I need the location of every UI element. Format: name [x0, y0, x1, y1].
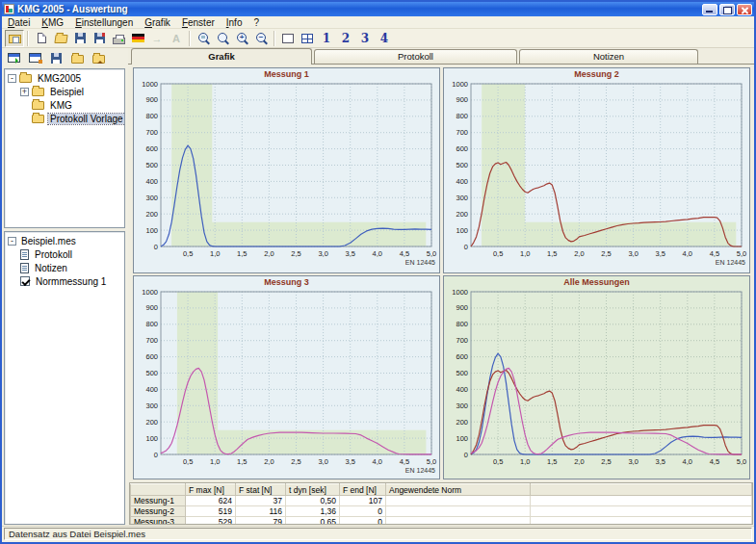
menu-einstellungen[interactable]: Einstellungen [69, 16, 139, 29]
minimize-button[interactable] [702, 4, 717, 15]
tree-item-protokoll[interactable]: Protokoll [5, 247, 124, 261]
table-row[interactable]: Messung-3529790,650 [131, 517, 752, 526]
tab-protokoll[interactable]: Protokoll [314, 49, 517, 64]
table-row[interactable]: Messung-1624370,50107 [131, 496, 752, 506]
zoom-in-button[interactable] [232, 30, 251, 47]
save-dataset-button[interactable] [47, 50, 65, 66]
folder-icon [32, 88, 44, 96]
tree-item-beispiel[interactable]: Beispiel [5, 85, 124, 98]
restore-button[interactable] [719, 4, 735, 15]
save-button[interactable] [70, 30, 90, 47]
view-4-button[interactable]: 4 [375, 30, 394, 47]
explorer-toggle-button[interactable] [5, 30, 24, 47]
save-as-button[interactable] [90, 30, 109, 47]
svg-text:500: 500 [145, 161, 158, 169]
value-cell [386, 517, 531, 526]
value-cell [386, 506, 531, 517]
view-2-button[interactable]: 2 [336, 30, 355, 47]
tree-label[interactable]: Beispiel [48, 87, 86, 97]
value-cell: 624 [186, 496, 236, 506]
menu-fenster[interactable]: Fenster [176, 16, 221, 29]
tree-item-beispiel-mes[interactable]: Beispiel.mes [5, 234, 124, 247]
row-label-cell: Messung-1 [131, 496, 186, 506]
svg-text:1000: 1000 [142, 81, 158, 89]
view-1-button[interactable]: 1 [317, 30, 336, 47]
menu-grafik[interactable]: Grafik [139, 16, 176, 29]
single-pane-icon [282, 34, 294, 43]
new-file-button[interactable] [32, 30, 51, 47]
printer-icon [113, 38, 125, 44]
view-3-button[interactable]: 3 [355, 30, 375, 47]
value-cell [386, 496, 531, 506]
menu-kmg[interactable]: KMG [36, 16, 69, 29]
zoom-button[interactable] [213, 30, 232, 47]
svg-text:800: 800 [145, 320, 158, 328]
layout-quad-button[interactable] [298, 30, 317, 47]
tree-label[interactable]: Protokoll Vorlage [48, 114, 125, 124]
sidebar: KMG2005 Beispiel KMG Protokoll Vorlage [2, 48, 128, 526]
tab-notizen[interactable]: Notizen [519, 49, 698, 64]
chart-title: Messung 2 [444, 68, 749, 81]
toolbar-separator [274, 31, 275, 46]
tree-label[interactable]: Protokoll [33, 249, 74, 260]
tree-label[interactable]: KMG2005 [36, 73, 83, 84]
collapse-expander-icon[interactable] [8, 74, 16, 83]
svg-text:2,0: 2,0 [264, 457, 274, 466]
tree-label[interactable]: Beispiel.mes [19, 236, 78, 246]
tab-grafik[interactable]: Grafik [131, 48, 312, 65]
svg-text:3,5: 3,5 [655, 457, 665, 466]
open-file-button[interactable] [51, 30, 70, 47]
chart-plot: 010020030040050060070080090010000,51,01,… [445, 81, 749, 272]
tree-label[interactable]: Normmessung 1 [34, 276, 108, 287]
zoom-window-button[interactable] [194, 30, 213, 47]
tree-label[interactable]: KMG [48, 100, 74, 111]
sidebar-toolbar [2, 48, 128, 67]
menu-info[interactable]: Info [221, 16, 248, 29]
svg-text:500: 500 [456, 161, 468, 169]
window-edit-icon [29, 53, 41, 63]
tree-item-normmessung-1[interactable]: Normmessung 1 [5, 274, 124, 288]
menu-datei[interactable]: Datei [2, 16, 36, 29]
chart-messung-2: Messung 2 010020030040050060070080090010… [443, 67, 750, 273]
checkbox-checked-icon[interactable] [20, 276, 30, 286]
menu-help[interactable]: ? [248, 16, 265, 29]
open-dataset-button[interactable] [5, 50, 22, 66]
chart-title: Messung 3 [134, 276, 439, 289]
table-header-cell: F stat [N] [236, 484, 286, 496]
table-header-cell [131, 484, 186, 496]
layout-single-button[interactable] [278, 30, 298, 47]
tree-item-kmg[interactable]: KMG [5, 98, 124, 112]
tree-item-kmg2005[interactable]: KMG2005 [5, 71, 124, 85]
save-icon [75, 33, 86, 43]
folder-up-button[interactable] [90, 50, 107, 66]
new-folder-button[interactable] [68, 50, 86, 66]
print-button[interactable] [109, 30, 128, 47]
tab-strip: Grafik Protokoll Notizen [128, 48, 754, 65]
svg-text:900: 900 [145, 303, 158, 312]
text-label-button [167, 30, 186, 47]
chart-title: Alle Messungen [444, 276, 749, 289]
tree-item-notizen[interactable]: Notizen [5, 261, 124, 274]
svg-text:1,0: 1,0 [210, 249, 220, 258]
expand-expander-icon[interactable] [20, 88, 29, 96]
zoom-out-button[interactable] [251, 30, 271, 47]
chart-messung-1: Messung 1 010020030040050060070080090010… [133, 67, 440, 273]
zoom-in-icon [235, 32, 248, 45]
tree-item-protokoll-vorlage[interactable]: Protokoll Vorlage [5, 112, 124, 125]
edit-dataset-button[interactable] [26, 50, 43, 66]
svg-text:300: 300 [456, 402, 468, 410]
zoom-out-icon [254, 32, 268, 45]
close-button[interactable] [737, 4, 752, 15]
quad-pane-icon [301, 34, 313, 43]
language-button[interactable] [128, 30, 147, 47]
svg-text:5,0: 5,0 [427, 457, 436, 466]
collapse-expander-icon[interactable] [8, 237, 16, 246]
folder-up-icon [92, 55, 105, 64]
svg-text:4,0: 4,0 [373, 249, 382, 258]
title-bar[interactable]: KMG 2005 - Auswertung [2, 2, 754, 16]
svg-text:4,0: 4,0 [373, 457, 382, 466]
svg-text:600: 600 [145, 144, 158, 153]
tree-label[interactable]: Notizen [33, 263, 69, 273]
zoom-window-icon [196, 32, 210, 45]
table-row[interactable]: Messung-25191161,360 [131, 506, 752, 517]
